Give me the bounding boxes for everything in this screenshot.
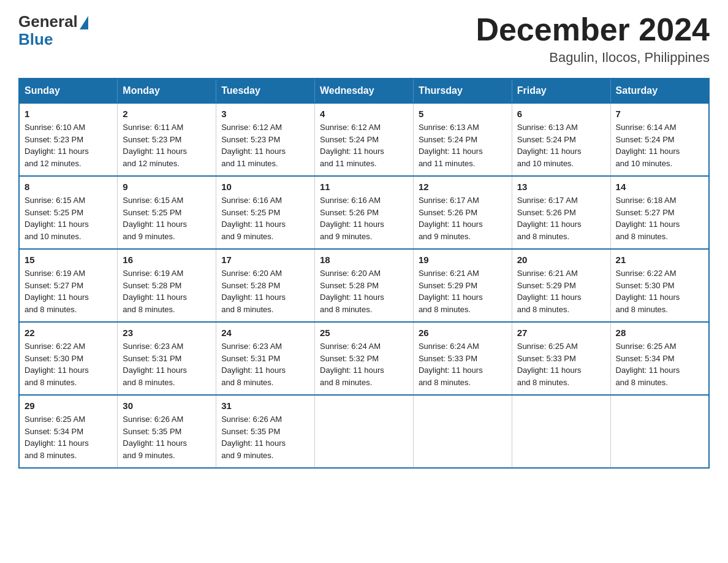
day-info: Sunrise: 6:17 AMSunset: 5:26 PMDaylight:… — [517, 196, 582, 241]
calendar-cell: 30 Sunrise: 6:26 AMSunset: 5:35 PMDaylig… — [118, 395, 216, 468]
calendar-cell: 24 Sunrise: 6:23 AMSunset: 5:31 PMDaylig… — [216, 322, 315, 395]
day-number: 27 — [517, 327, 605, 338]
day-info: Sunrise: 6:15 AMSunset: 5:25 PMDaylight:… — [123, 196, 187, 241]
day-info: Sunrise: 6:14 AMSunset: 5:24 PMDaylight:… — [616, 123, 680, 168]
day-number: 28 — [616, 327, 703, 338]
day-number: 13 — [517, 182, 605, 192]
day-number: 20 — [517, 255, 605, 265]
calendar-cell: 29 Sunrise: 6:25 AMSunset: 5:34 PMDaylig… — [19, 395, 118, 468]
weekday-header-wednesday: Wednesday — [315, 79, 414, 103]
day-info: Sunrise: 6:24 AMSunset: 5:33 PMDaylight:… — [419, 342, 483, 387]
calendar-week-row: 8 Sunrise: 6:15 AMSunset: 5:25 PMDayligh… — [19, 176, 709, 249]
weekday-header-tuesday: Tuesday — [216, 79, 315, 103]
day-info: Sunrise: 6:18 AMSunset: 5:27 PMDaylight:… — [616, 196, 680, 241]
day-number: 6 — [517, 109, 605, 119]
day-number: 19 — [419, 255, 507, 265]
calendar-cell: 21 Sunrise: 6:22 AMSunset: 5:30 PMDaylig… — [610, 249, 709, 322]
day-info: Sunrise: 6:17 AMSunset: 5:26 PMDaylight:… — [419, 196, 483, 241]
weekday-header-thursday: Thursday — [413, 79, 512, 103]
calendar-cell: 11 Sunrise: 6:16 AMSunset: 5:26 PMDaylig… — [315, 176, 414, 249]
day-info: Sunrise: 6:23 AMSunset: 5:31 PMDaylight:… — [123, 342, 187, 387]
day-number: 9 — [123, 182, 211, 192]
day-info: Sunrise: 6:19 AMSunset: 5:28 PMDaylight:… — [123, 269, 187, 314]
calendar-week-row: 22 Sunrise: 6:22 AMSunset: 5:30 PMDaylig… — [19, 322, 709, 395]
day-info: Sunrise: 6:25 AMSunset: 5:34 PMDaylight:… — [616, 342, 680, 387]
calendar-cell: 13 Sunrise: 6:17 AMSunset: 5:26 PMDaylig… — [512, 176, 610, 249]
day-info: Sunrise: 6:21 AMSunset: 5:29 PMDaylight:… — [517, 269, 582, 314]
day-number: 30 — [123, 400, 211, 411]
day-info: Sunrise: 6:23 AMSunset: 5:31 PMDaylight:… — [221, 342, 286, 387]
calendar-cell: 6 Sunrise: 6:13 AMSunset: 5:24 PMDayligh… — [512, 103, 610, 176]
calendar-cell: 17 Sunrise: 6:20 AMSunset: 5:28 PMDaylig… — [216, 249, 315, 322]
day-number: 14 — [616, 182, 703, 192]
day-info: Sunrise: 6:12 AMSunset: 5:23 PMDaylight:… — [221, 123, 286, 168]
day-info: Sunrise: 6:15 AMSunset: 5:25 PMDaylight:… — [25, 196, 89, 241]
calendar-cell: 4 Sunrise: 6:12 AMSunset: 5:24 PMDayligh… — [315, 103, 414, 176]
logo-general-text: General — [18, 12, 78, 31]
calendar-cell: 8 Sunrise: 6:15 AMSunset: 5:25 PMDayligh… — [19, 176, 118, 249]
calendar-cell: 1 Sunrise: 6:10 AMSunset: 5:23 PMDayligh… — [19, 103, 118, 176]
day-number: 7 — [616, 109, 703, 119]
day-info: Sunrise: 6:25 AMSunset: 5:34 PMDaylight:… — [25, 415, 89, 460]
day-number: 1 — [25, 109, 112, 119]
day-number: 2 — [123, 109, 211, 119]
calendar-week-row: 1 Sunrise: 6:10 AMSunset: 5:23 PMDayligh… — [19, 103, 709, 176]
calendar-cell: 18 Sunrise: 6:20 AMSunset: 5:28 PMDaylig… — [315, 249, 414, 322]
day-number: 10 — [221, 182, 309, 192]
calendar-cell: 26 Sunrise: 6:24 AMSunset: 5:33 PMDaylig… — [413, 322, 512, 395]
calendar-cell: 10 Sunrise: 6:16 AMSunset: 5:25 PMDaylig… — [216, 176, 315, 249]
calendar-cell: 2 Sunrise: 6:11 AMSunset: 5:23 PMDayligh… — [118, 103, 216, 176]
day-number: 29 — [25, 400, 112, 411]
weekday-header-monday: Monday — [118, 79, 216, 103]
day-info: Sunrise: 6:16 AMSunset: 5:25 PMDaylight:… — [221, 196, 286, 241]
calendar-cell: 22 Sunrise: 6:22 AMSunset: 5:30 PMDaylig… — [19, 322, 118, 395]
day-info: Sunrise: 6:16 AMSunset: 5:26 PMDaylight:… — [320, 196, 384, 241]
day-info: Sunrise: 6:19 AMSunset: 5:27 PMDaylight:… — [25, 269, 89, 314]
page-header: General Blue December 2024 Bagulin, Iloc… — [18, 12, 710, 66]
calendar-week-row: 15 Sunrise: 6:19 AMSunset: 5:27 PMDaylig… — [19, 249, 709, 322]
day-number: 23 — [123, 327, 211, 338]
day-number: 5 — [419, 109, 507, 119]
logo-triangle-icon — [80, 16, 88, 29]
day-number: 17 — [221, 255, 309, 265]
day-number: 26 — [419, 327, 507, 338]
weekday-header-friday: Friday — [512, 79, 610, 103]
day-number: 15 — [25, 255, 112, 265]
calendar-table: SundayMondayTuesdayWednesdayThursdayFrid… — [18, 78, 710, 469]
day-info: Sunrise: 6:12 AMSunset: 5:24 PMDaylight:… — [320, 123, 384, 168]
calendar-body: 1 Sunrise: 6:10 AMSunset: 5:23 PMDayligh… — [19, 103, 709, 468]
day-number: 21 — [616, 255, 703, 265]
day-info: Sunrise: 6:20 AMSunset: 5:28 PMDaylight:… — [320, 269, 384, 314]
day-info: Sunrise: 6:26 AMSunset: 5:35 PMDaylight:… — [221, 415, 286, 460]
calendar-cell: 16 Sunrise: 6:19 AMSunset: 5:28 PMDaylig… — [118, 249, 216, 322]
calendar-cell: 27 Sunrise: 6:25 AMSunset: 5:33 PMDaylig… — [512, 322, 610, 395]
calendar-cell: 7 Sunrise: 6:14 AMSunset: 5:24 PMDayligh… — [610, 103, 709, 176]
location-title: Bagulin, Ilocos, Philippines — [476, 50, 710, 66]
calendar-cell — [315, 395, 414, 468]
day-info: Sunrise: 6:22 AMSunset: 5:30 PMDaylight:… — [25, 342, 89, 387]
calendar-cell: 15 Sunrise: 6:19 AMSunset: 5:27 PMDaylig… — [19, 249, 118, 322]
day-info: Sunrise: 6:24 AMSunset: 5:32 PMDaylight:… — [320, 342, 384, 387]
day-info: Sunrise: 6:25 AMSunset: 5:33 PMDaylight:… — [517, 342, 582, 387]
weekday-header-sunday: Sunday — [19, 79, 118, 103]
day-number: 22 — [25, 327, 112, 338]
day-info: Sunrise: 6:20 AMSunset: 5:28 PMDaylight:… — [221, 269, 286, 314]
day-info: Sunrise: 6:21 AMSunset: 5:29 PMDaylight:… — [419, 269, 483, 314]
calendar-cell: 28 Sunrise: 6:25 AMSunset: 5:34 PMDaylig… — [610, 322, 709, 395]
day-number: 12 — [419, 182, 507, 192]
month-title: December 2024 — [476, 12, 710, 47]
day-number: 3 — [221, 109, 309, 119]
day-number: 8 — [25, 182, 112, 192]
calendar-cell: 31 Sunrise: 6:26 AMSunset: 5:35 PMDaylig… — [216, 395, 315, 468]
logo: General Blue — [18, 12, 88, 49]
calendar-cell: 9 Sunrise: 6:15 AMSunset: 5:25 PMDayligh… — [118, 176, 216, 249]
weekday-header-saturday: Saturday — [610, 79, 709, 103]
calendar-cell: 19 Sunrise: 6:21 AMSunset: 5:29 PMDaylig… — [413, 249, 512, 322]
day-info: Sunrise: 6:10 AMSunset: 5:23 PMDaylight:… — [25, 123, 89, 168]
day-number: 18 — [320, 255, 408, 265]
calendar-header-row: SundayMondayTuesdayWednesdayThursdayFrid… — [19, 79, 709, 103]
calendar-cell: 14 Sunrise: 6:18 AMSunset: 5:27 PMDaylig… — [610, 176, 709, 249]
day-info: Sunrise: 6:11 AMSunset: 5:23 PMDaylight:… — [123, 123, 187, 168]
calendar-cell: 5 Sunrise: 6:13 AMSunset: 5:24 PMDayligh… — [413, 103, 512, 176]
calendar-cell — [512, 395, 610, 468]
